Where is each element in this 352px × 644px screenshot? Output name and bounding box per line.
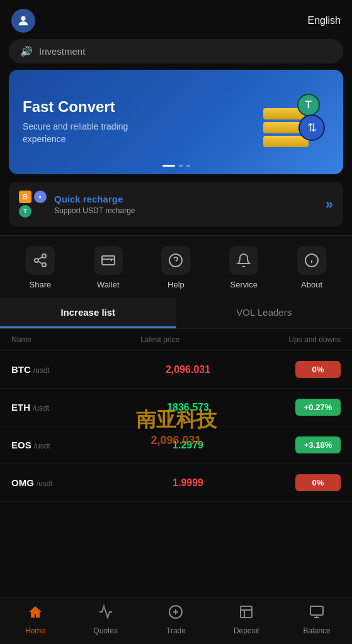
- deposit-label: Deposit: [234, 626, 259, 635]
- pair-base-eth: ETH: [11, 402, 30, 413]
- svg-rect-15: [241, 606, 252, 618]
- pair-quote-eos: /usdt: [34, 441, 50, 450]
- table-row[interactable]: EOS /usdt 1.2979 +3.18%: [0, 426, 352, 464]
- help-icon: [161, 246, 190, 275]
- col-price: Latest price: [31, 335, 288, 344]
- pair-base-omg: OMG: [11, 477, 34, 488]
- nav-deposit[interactable]: Deposit: [211, 604, 281, 635]
- btc-icon: B: [19, 191, 31, 203]
- about-label: About: [301, 280, 322, 289]
- price-eth: 1836.573: [81, 402, 295, 413]
- tether-badge: T: [297, 94, 320, 116]
- coin-layer-base: [263, 136, 309, 147]
- table-row[interactable]: BTC /usdt 2,096.031 0%: [0, 351, 352, 389]
- tab-increase-list[interactable]: Increase list: [0, 298, 176, 328]
- svg-point-1: [42, 254, 46, 258]
- search-placeholder: Investment: [39, 46, 85, 57]
- recharge-info: Quick recharge Support USDT recharge: [54, 194, 318, 215]
- trade-icon: [168, 604, 183, 623]
- banner-illustration: T ⇅: [247, 87, 329, 157]
- nav-quotes[interactable]: Quotes: [71, 604, 141, 635]
- bottom-nav: Home Quotes Trade Deposit: [0, 597, 352, 644]
- share-label: Share: [30, 280, 52, 289]
- banner-text: Fast Convert Secure and reliable trading…: [23, 98, 149, 145]
- market-rows-wrapper: 南亚科技 2,096.031 BTC /usdt 2,096.031 0% ET…: [0, 351, 352, 502]
- help-label: Help: [167, 280, 185, 289]
- header: English: [0, 0, 352, 39]
- change-eos: +3.18%: [295, 436, 341, 453]
- volume-icon: 🔊: [20, 45, 33, 57]
- quick-recharge-bar[interactable]: B ♦ T Quick recharge Support USDT rechar…: [9, 182, 343, 226]
- home-icon: [28, 604, 43, 623]
- pair-base-btc: BTC: [11, 364, 31, 375]
- pair-quote-eth: /usdt: [33, 404, 49, 413]
- recharge-arrow-icon: »: [326, 196, 333, 213]
- nav-home[interactable]: Home: [0, 604, 71, 635]
- table-header: Name Latest price Ups and downs: [0, 329, 352, 351]
- coin-stack: T ⇅: [263, 97, 314, 147]
- language-selector[interactable]: English: [308, 15, 341, 26]
- swap-badge: ⇅: [298, 114, 325, 141]
- deposit-icon: [239, 604, 254, 623]
- change-eth: +0.27%: [295, 399, 341, 416]
- balance-label: Balance: [303, 626, 330, 635]
- avatar[interactable]: [11, 9, 35, 33]
- svg-rect-6: [102, 256, 115, 265]
- service-icon: [229, 246, 258, 275]
- svg-point-2: [35, 258, 38, 262]
- balance-icon: [309, 604, 324, 623]
- recharge-icons: B ♦ T: [19, 191, 47, 218]
- price-eos: 1.2979: [81, 440, 295, 451]
- table-row[interactable]: ETH /usdt 1836.573 +0.27%: [0, 389, 352, 426]
- table-row[interactable]: OMG /usdt 1.9999 0%: [0, 464, 352, 502]
- action-about[interactable]: About: [278, 246, 346, 289]
- share-icon: [26, 246, 55, 275]
- tab-vol-leaders[interactable]: VOL Leaders: [176, 298, 353, 328]
- quotes-icon: [98, 604, 113, 623]
- change-btc: 0%: [295, 361, 341, 378]
- price-btc: 2,096.031: [81, 364, 295, 375]
- action-help[interactable]: Help: [142, 246, 210, 289]
- wallet-icon: [94, 246, 123, 275]
- nav-trade[interactable]: Trade: [141, 604, 212, 635]
- service-label: Service: [230, 280, 258, 289]
- pair-omg: OMG /usdt: [11, 477, 81, 488]
- dot-1: [162, 165, 175, 167]
- recharge-subtitle: Support USDT recharge: [54, 206, 318, 215]
- svg-point-3: [42, 263, 46, 267]
- market-table: Name Latest price Ups and downs 南亚科技 2,0…: [0, 329, 352, 502]
- usdt-icon: T: [19, 205, 31, 218]
- about-icon: [297, 246, 326, 275]
- action-service[interactable]: Service: [210, 246, 278, 289]
- dot-3: [186, 165, 190, 167]
- pair-quote-btc: /usdt: [33, 366, 50, 375]
- quick-actions: Share Wallet Help Service: [0, 235, 352, 298]
- pair-eos: EOS /usdt: [11, 440, 81, 450]
- banner-title: Fast Convert: [23, 98, 149, 116]
- change-omg: 0%: [295, 474, 341, 491]
- pair-btc: BTC /usdt: [11, 364, 81, 375]
- action-wallet[interactable]: Wallet: [74, 246, 142, 289]
- svg-rect-18: [310, 606, 323, 615]
- col-change: Ups and downs: [288, 335, 341, 344]
- svg-line-4: [38, 262, 42, 264]
- price-omg: 1.9999: [81, 477, 295, 489]
- action-share[interactable]: Share: [6, 246, 74, 289]
- svg-point-0: [21, 16, 25, 21]
- nav-balance[interactable]: Balance: [281, 604, 352, 635]
- banner-subtitle: Secure and reliable trading experience: [23, 121, 149, 145]
- search-bar[interactable]: 🔊 Investment: [9, 39, 343, 64]
- trade-label: Trade: [166, 626, 186, 635]
- dot-2: [179, 165, 183, 167]
- svg-line-5: [38, 257, 42, 260]
- quotes-label: Quotes: [93, 626, 118, 635]
- pair-eth: ETH /usdt: [11, 402, 81, 413]
- eth-icon: ♦: [34, 191, 47, 203]
- home-label: Home: [25, 626, 45, 635]
- pair-base-eos: EOS: [11, 440, 31, 450]
- recharge-title: Quick recharge: [54, 194, 318, 204]
- market-tabs: Increase list VOL Leaders: [0, 298, 352, 329]
- col-name: Name: [11, 335, 31, 344]
- wallet-label: Wallet: [97, 280, 120, 289]
- pair-quote-omg: /usdt: [37, 479, 53, 488]
